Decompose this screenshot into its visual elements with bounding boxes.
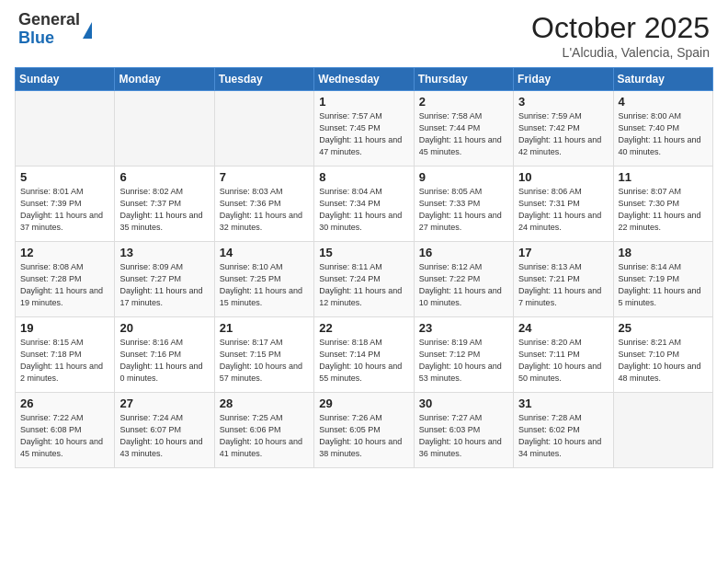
day-number: 5 xyxy=(20,170,109,184)
calendar-cell: 24Sunrise: 8:20 AM Sunset: 7:11 PM Dayli… xyxy=(514,317,613,393)
day-number: 17 xyxy=(518,246,608,259)
calendar-cell: 5Sunrise: 8:01 AM Sunset: 7:39 PM Daylig… xyxy=(16,167,115,242)
location: L'Alcudia, Valencia, Spain xyxy=(531,45,710,60)
day-number: 29 xyxy=(319,396,408,410)
calendar-cell: 31Sunrise: 7:28 AM Sunset: 6:02 PM Dayli… xyxy=(514,393,613,468)
day-number: 30 xyxy=(419,396,508,410)
day-info: Sunrise: 8:14 AM Sunset: 7:19 PM Dayligh… xyxy=(619,261,708,309)
day-number: 15 xyxy=(319,246,408,259)
day-number: 13 xyxy=(119,246,209,259)
calendar-cell: 1Sunrise: 7:57 AM Sunset: 7:45 PM Daylig… xyxy=(314,91,414,167)
day-number: 28 xyxy=(220,396,309,410)
day-info: Sunrise: 8:20 AM Sunset: 7:11 PM Dayligh… xyxy=(518,337,608,385)
day-number: 6 xyxy=(119,170,209,184)
calendar-cell: 11Sunrise: 8:07 AM Sunset: 7:30 PM Dayli… xyxy=(613,167,712,242)
calendar-cell: 19Sunrise: 8:15 AM Sunset: 7:18 PM Dayli… xyxy=(16,317,115,393)
calendar: Sunday Monday Tuesday Wednesday Thursday… xyxy=(15,67,713,468)
day-info: Sunrise: 8:03 AM Sunset: 7:36 PM Dayligh… xyxy=(220,186,309,234)
header: General Blue October 2025 L'Alcudia, Val… xyxy=(0,0,728,67)
day-info: Sunrise: 7:27 AM Sunset: 6:03 PM Dayligh… xyxy=(419,412,508,460)
day-number: 24 xyxy=(518,321,608,335)
day-number: 26 xyxy=(20,396,109,410)
header-friday: Friday xyxy=(514,68,613,91)
logo-text: General Blue xyxy=(18,11,80,48)
calendar-cell: 30Sunrise: 7:27 AM Sunset: 6:03 PM Dayli… xyxy=(414,393,513,468)
day-number: 4 xyxy=(619,95,708,109)
day-info: Sunrise: 7:25 AM Sunset: 6:06 PM Dayligh… xyxy=(220,412,309,460)
day-number: 23 xyxy=(419,321,508,335)
weekday-header-row: Sunday Monday Tuesday Wednesday Thursday… xyxy=(16,68,713,91)
calendar-week-row: 19Sunrise: 8:15 AM Sunset: 7:18 PM Dayli… xyxy=(16,317,713,393)
day-number: 21 xyxy=(220,321,309,335)
day-info: Sunrise: 8:01 AM Sunset: 7:39 PM Dayligh… xyxy=(20,186,109,234)
day-info: Sunrise: 8:19 AM Sunset: 7:12 PM Dayligh… xyxy=(419,337,508,385)
calendar-cell: 20Sunrise: 8:16 AM Sunset: 7:16 PM Dayli… xyxy=(115,317,214,393)
calendar-cell: 29Sunrise: 7:26 AM Sunset: 6:05 PM Dayli… xyxy=(314,393,414,468)
day-number: 27 xyxy=(119,396,209,410)
logo: General Blue xyxy=(18,11,92,48)
calendar-cell: 15Sunrise: 8:11 AM Sunset: 7:24 PM Dayli… xyxy=(314,242,414,317)
calendar-cell: 2Sunrise: 7:58 AM Sunset: 7:44 PM Daylig… xyxy=(414,91,513,167)
day-info: Sunrise: 8:17 AM Sunset: 7:15 PM Dayligh… xyxy=(220,337,309,385)
day-info: Sunrise: 8:04 AM Sunset: 7:34 PM Dayligh… xyxy=(319,186,408,234)
day-info: Sunrise: 7:26 AM Sunset: 6:05 PM Dayligh… xyxy=(319,412,408,460)
header-wednesday: Wednesday xyxy=(314,68,414,91)
day-info: Sunrise: 8:11 AM Sunset: 7:24 PM Dayligh… xyxy=(319,261,408,309)
calendar-cell: 26Sunrise: 7:22 AM Sunset: 6:08 PM Dayli… xyxy=(16,393,115,468)
day-number: 1 xyxy=(319,95,408,109)
calendar-cell xyxy=(16,91,115,167)
day-number: 14 xyxy=(220,246,309,259)
day-info: Sunrise: 7:58 AM Sunset: 7:44 PM Dayligh… xyxy=(419,110,508,158)
header-thursday: Thursday xyxy=(414,68,513,91)
day-number: 25 xyxy=(619,321,708,335)
calendar-cell: 4Sunrise: 8:00 AM Sunset: 7:40 PM Daylig… xyxy=(613,91,712,167)
header-saturday: Saturday xyxy=(613,68,712,91)
day-number: 16 xyxy=(419,246,508,259)
month-title: October 2025 xyxy=(531,11,710,45)
day-info: Sunrise: 8:02 AM Sunset: 7:37 PM Dayligh… xyxy=(119,186,209,234)
day-number: 12 xyxy=(20,246,109,259)
calendar-cell: 9Sunrise: 8:05 AM Sunset: 7:33 PM Daylig… xyxy=(414,167,513,242)
day-number: 10 xyxy=(518,170,608,184)
title-block: October 2025 L'Alcudia, Valencia, Spain xyxy=(531,11,710,60)
calendar-cell: 13Sunrise: 8:09 AM Sunset: 7:27 PM Dayli… xyxy=(115,242,214,317)
calendar-cell xyxy=(613,393,712,468)
day-info: Sunrise: 8:09 AM Sunset: 7:27 PM Dayligh… xyxy=(119,261,209,309)
day-info: Sunrise: 8:18 AM Sunset: 7:14 PM Dayligh… xyxy=(319,337,408,385)
day-info: Sunrise: 8:16 AM Sunset: 7:16 PM Dayligh… xyxy=(119,337,209,385)
day-info: Sunrise: 7:59 AM Sunset: 7:42 PM Dayligh… xyxy=(518,110,608,158)
calendar-cell: 27Sunrise: 7:24 AM Sunset: 6:07 PM Dayli… xyxy=(115,393,214,468)
day-info: Sunrise: 8:21 AM Sunset: 7:10 PM Dayligh… xyxy=(619,337,708,385)
calendar-week-row: 12Sunrise: 8:08 AM Sunset: 7:28 PM Dayli… xyxy=(16,242,713,317)
day-number: 9 xyxy=(419,170,508,184)
day-number: 20 xyxy=(119,321,209,335)
logo-triangle-icon xyxy=(83,22,92,39)
header-monday: Monday xyxy=(115,68,214,91)
day-info: Sunrise: 7:22 AM Sunset: 6:08 PM Dayligh… xyxy=(20,412,109,460)
calendar-cell xyxy=(214,91,313,167)
logo-blue: Blue xyxy=(18,29,80,48)
calendar-week-row: 26Sunrise: 7:22 AM Sunset: 6:08 PM Dayli… xyxy=(16,393,713,468)
day-info: Sunrise: 8:15 AM Sunset: 7:18 PM Dayligh… xyxy=(20,337,109,385)
calendar-cell: 23Sunrise: 8:19 AM Sunset: 7:12 PM Dayli… xyxy=(414,317,513,393)
day-info: Sunrise: 8:08 AM Sunset: 7:28 PM Dayligh… xyxy=(20,261,109,309)
calendar-cell: 25Sunrise: 8:21 AM Sunset: 7:10 PM Dayli… xyxy=(613,317,712,393)
day-info: Sunrise: 8:13 AM Sunset: 7:21 PM Dayligh… xyxy=(518,261,608,309)
calendar-week-row: 5Sunrise: 8:01 AM Sunset: 7:39 PM Daylig… xyxy=(16,167,713,242)
day-info: Sunrise: 8:07 AM Sunset: 7:30 PM Dayligh… xyxy=(619,186,708,234)
day-info: Sunrise: 7:24 AM Sunset: 6:07 PM Dayligh… xyxy=(119,412,209,460)
page: General Blue October 2025 L'Alcudia, Val… xyxy=(0,0,728,563)
day-number: 8 xyxy=(319,170,408,184)
calendar-cell: 3Sunrise: 7:59 AM Sunset: 7:42 PM Daylig… xyxy=(514,91,613,167)
calendar-cell xyxy=(115,91,214,167)
day-number: 19 xyxy=(20,321,109,335)
logo-general: General xyxy=(18,11,80,29)
day-number: 7 xyxy=(220,170,309,184)
header-sunday: Sunday xyxy=(16,68,115,91)
calendar-cell: 21Sunrise: 8:17 AM Sunset: 7:15 PM Dayli… xyxy=(214,317,313,393)
calendar-cell: 28Sunrise: 7:25 AM Sunset: 6:06 PM Dayli… xyxy=(214,393,313,468)
calendar-cell: 6Sunrise: 8:02 AM Sunset: 7:37 PM Daylig… xyxy=(115,167,214,242)
day-number: 18 xyxy=(619,246,708,259)
day-info: Sunrise: 8:12 AM Sunset: 7:22 PM Dayligh… xyxy=(419,261,508,309)
calendar-cell: 12Sunrise: 8:08 AM Sunset: 7:28 PM Dayli… xyxy=(16,242,115,317)
